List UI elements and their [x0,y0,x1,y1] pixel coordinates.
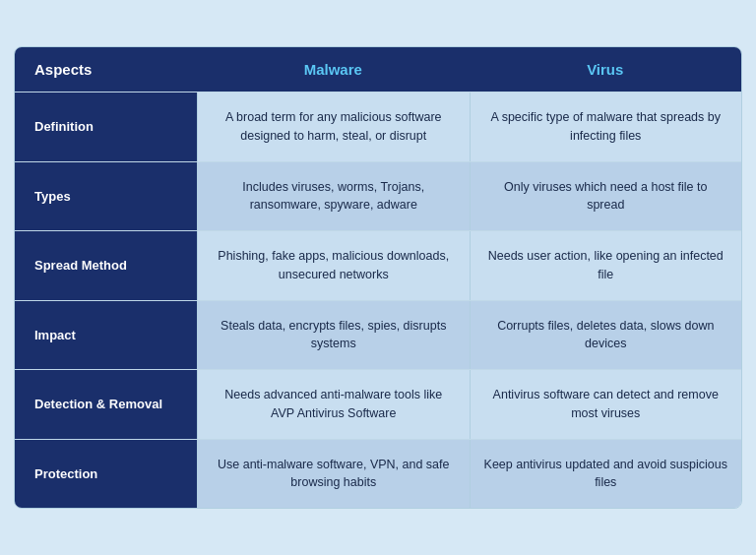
row-malware-cell: Phishing, fake apps, malicious downloads… [197,231,470,300]
row-label-definition: Definition [15,92,197,161]
table-row: TypesIncludes viruses, worms, Trojans, r… [15,161,741,231]
row-malware-cell: Needs advanced anti-malware tools like A… [197,370,470,439]
table-row: Spread MethodPhishing, fake apps, malici… [15,230,741,300]
row-label-impact: Impact [15,301,197,370]
row-label-spread-method: Spread Method [15,231,197,300]
row-virus-cell: Corrupts files, deletes data, slows down… [470,301,742,370]
row-virus-cell: Antivirus software can detect and remove… [470,370,742,439]
row-label-detection--removal: Detection & Removal [15,370,197,439]
row-virus-cell: Keep antivirus updated and avoid suspici… [470,440,742,509]
table-row: DefinitionA broad term for any malicious… [15,92,741,161]
table-row: ImpactSteals data, encrypts files, spies… [15,300,741,370]
row-malware-cell: Includes viruses, worms, Trojans, ransom… [197,162,470,231]
comparison-table: Aspects Malware Virus DefinitionA broad … [14,46,742,509]
row-malware-cell: A broad term for any malicious software … [197,92,470,161]
header-malware: Malware [197,47,470,92]
row-label-protection: Protection [15,440,197,509]
row-malware-cell: Steals data, encrypts files, spies, disr… [197,301,470,370]
header-aspects: Aspects [15,47,197,92]
row-virus-cell: Needs user action, like opening an infec… [470,231,742,300]
table-header: Aspects Malware Virus [15,47,741,92]
table-body: DefinitionA broad term for any malicious… [15,92,741,508]
row-virus-cell: A specific type of malware that spreads … [470,92,742,161]
header-virus: Virus [470,47,742,92]
row-label-types: Types [15,162,197,231]
row-virus-cell: Only viruses which need a host file to s… [470,162,742,231]
row-malware-cell: Use anti-malware software, VPN, and safe… [197,440,470,509]
table-row: Detection & RemovalNeeds advanced anti-m… [15,369,741,439]
table-row: ProtectionUse anti-malware software, VPN… [15,439,741,509]
